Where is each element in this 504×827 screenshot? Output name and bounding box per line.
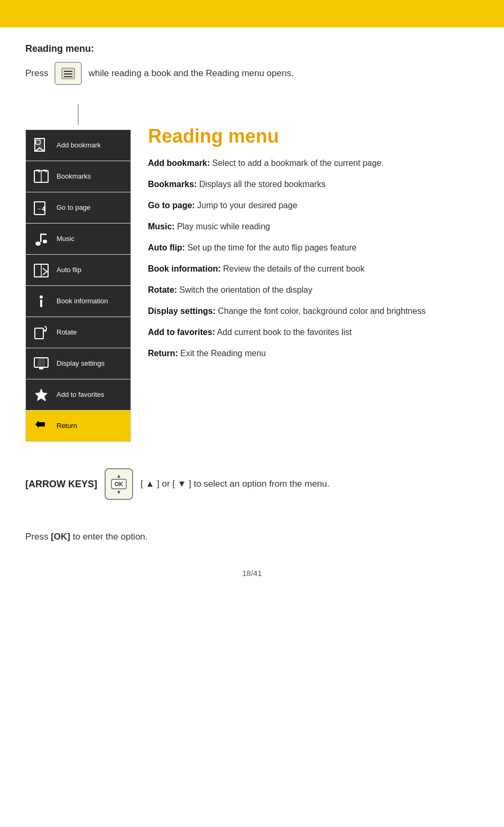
desc-detail-add-to-favorites: Add current book to the favorites list (217, 328, 352, 337)
desc-term-book-information: Book information: (148, 264, 221, 273)
menu-panel: Add bookmark Bookmarks (25, 129, 131, 442)
desc-term-go-to-page: Go to page: (148, 201, 195, 210)
press-text-before: Press (25, 68, 48, 79)
menu-label-return: Return (57, 422, 77, 430)
description-list: Add bookmark: Select to add a bookmark o… (148, 157, 479, 360)
svg-rect-26 (39, 367, 43, 369)
menu-label-display-settings: Display settings (57, 359, 105, 368)
svg-point-14 (35, 241, 41, 246)
arrow-keys-label: [ARROW KEYS] (25, 479, 97, 490)
menu-item-go-to-page[interactable]: →4 Go to page (26, 192, 130, 224)
music-icon (31, 229, 51, 249)
menu-item-rotate[interactable]: Rotate (26, 317, 130, 348)
svg-point-20 (40, 295, 43, 299)
menu-label-auto-flip: Auto flip (57, 266, 81, 274)
menu-label-add-to-favorites: Add to favorites (57, 391, 104, 399)
press-ok-section: Press [OK] to enter the option. (25, 532, 479, 542)
desc-item-go-to-page: Go to page: Jump to your desired page (148, 199, 479, 212)
desc-item-add-to-favorites: Add to favorites: Add current book to th… (148, 326, 479, 339)
press-ok-before: Press (25, 532, 51, 542)
vertical-connector (78, 104, 79, 125)
add-bookmark-icon (31, 135, 51, 155)
desc-term-auto-flip: Auto flip: (148, 243, 185, 252)
desc-term-bookmarks: Bookmarks: (148, 180, 197, 189)
svg-rect-25 (38, 358, 45, 367)
go-to-page-icon: →4 (31, 198, 51, 218)
return-icon (31, 416, 51, 436)
desc-detail-music: Play music while reading (177, 222, 270, 231)
desc-item-add-bookmark: Add bookmark: Select to add a bookmark o… (148, 157, 479, 170)
svg-rect-17 (40, 234, 46, 235)
page-number: 18/41 (25, 569, 479, 578)
desc-detail-display-settings: Change the font color, background color … (218, 306, 425, 315)
desc-term-add-bookmark: Add bookmark: (148, 159, 210, 168)
desc-item-display-settings: Display settings: Change the font color,… (148, 305, 479, 318)
menu-label-bookmarks: Bookmarks (57, 172, 91, 181)
desc-detail-return: Exit the Reading menu (180, 349, 266, 358)
desc-term-music: Music: (148, 222, 175, 231)
desc-detail-bookmarks: Displays all the stored bookmarks (199, 180, 325, 189)
arrow-up: ▲ (116, 473, 122, 479)
menu-label-add-bookmark: Add bookmark (57, 141, 101, 150)
desc-item-return: Return: Exit the Reading menu (148, 347, 479, 360)
svg-point-15 (43, 240, 47, 244)
book-information-icon (31, 291, 51, 311)
menu-item-auto-flip[interactable]: Auto flip (26, 255, 130, 286)
svg-text:+: + (43, 397, 46, 403)
arrow-keys-section: [ARROW KEYS] ▲ OK ▼ [ ▲ ] or [ ▼ ] to se… (25, 468, 479, 500)
menu-label-book-information: Book information (57, 297, 108, 305)
menu-label-music: Music (57, 235, 74, 243)
arrow-down: ▼ (116, 489, 122, 495)
menu-item-return[interactable]: Return (26, 411, 130, 441)
desc-term-rotate: Rotate: (148, 285, 177, 294)
rotate-icon (31, 322, 51, 342)
svg-rect-22 (35, 328, 43, 339)
ok-inner-label: OK (111, 479, 127, 489)
desc-item-bookmarks: Bookmarks: Displays all the stored bookm… (148, 178, 479, 191)
menu-label-go-to-page: Go to page (57, 203, 90, 212)
menu-label-rotate: Rotate (57, 328, 77, 337)
reading-menu-title: Reading menu (148, 125, 479, 147)
display-settings-icon (31, 354, 51, 374)
menu-item-add-bookmark[interactable]: Add bookmark (26, 130, 130, 161)
press-ok-after: to enter the option. (70, 532, 148, 542)
desc-item-music: Music: Play music while reading (148, 220, 479, 233)
press-text-after: while reading a book and the Reading men… (88, 68, 293, 79)
desc-item-book-information: Book information: Review the details of … (148, 263, 479, 275)
desc-panel: Reading menu Add bookmark: Select to add… (131, 125, 479, 368)
desc-item-rotate: Rotate: Switch the orientation of the di… (148, 284, 479, 296)
desc-detail-rotate: Switch the orientation of the display (180, 285, 313, 294)
svg-rect-21 (40, 300, 42, 307)
menu-item-display-settings[interactable]: Display settings (26, 348, 130, 379)
top-bar (0, 0, 504, 27)
desc-item-auto-flip: Auto flip: Set up the time for the auto … (148, 241, 479, 254)
auto-flip-icon (31, 260, 51, 280)
desc-term-add-to-favorites: Add to favorites: (148, 328, 215, 337)
menu-item-bookmarks[interactable]: Bookmarks (26, 161, 130, 192)
desc-detail-add-bookmark: Select to add a bookmark of the current … (212, 159, 384, 168)
desc-term-display-settings: Display settings: (148, 306, 216, 315)
desc-term-return: Return: (148, 349, 178, 358)
menu-item-add-to-favorites[interactable]: + Add to favorites (26, 379, 130, 411)
add-to-favorites-icon: + (31, 385, 51, 405)
menu-item-music[interactable]: Music (26, 224, 130, 255)
menu-item-book-information[interactable]: Book information (26, 286, 130, 317)
press-ok-bold: [OK] (51, 532, 70, 542)
arrow-instruction-text: [ ▲ ] or [ ▼ ] to select an option from … (141, 479, 330, 489)
menu-button-icon (54, 62, 82, 85)
desc-detail-auto-flip: Set up the time for the auto flip pages … (188, 243, 357, 252)
desc-detail-book-information: Review the details of the current book (223, 264, 365, 273)
reading-menu-label: Reading menu: (25, 43, 479, 54)
bookmarks-icon (31, 166, 51, 187)
svg-text:→4: →4 (36, 206, 45, 212)
desc-detail-go-to-page: Jump to your desired page (197, 201, 297, 210)
ok-button-icon: ▲ OK ▼ (105, 468, 133, 500)
